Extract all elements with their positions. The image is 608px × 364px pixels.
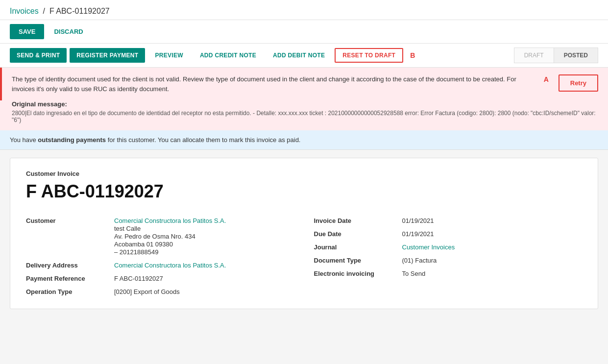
breadcrumb-current: F ABC-01192027 <box>49 7 110 15</box>
operation-type-value: [0200] Export of Goods <box>114 287 294 297</box>
customer-name-link[interactable]: Comercial Constructora los Patitos S.A. <box>114 217 294 224</box>
customer-label: Customer <box>26 216 114 257</box>
label-a: A <box>544 75 549 83</box>
electronic-invoicing-label: Electronic invoicing <box>314 268 402 279</box>
invoice-type: Customer Invoice <box>26 170 582 177</box>
due-date-label: Due Date <box>314 229 402 239</box>
right-fields: Invoice Date 01/19/2021 Due Date 01/19/2… <box>314 216 583 297</box>
retry-button[interactable]: Retry <box>559 74 598 92</box>
journal-value[interactable]: Customer Invoices <box>402 242 583 252</box>
customer-address1: test Calle <box>114 225 294 232</box>
journal-label: Journal <box>314 242 402 252</box>
add-debit-note-button[interactable]: ADD DEBIT NOTE <box>266 48 332 63</box>
send-print-button[interactable]: SEND & PRINT <box>10 48 67 63</box>
left-fields: Customer Comercial Constructora los Pati… <box>26 216 294 297</box>
customer-address4: – 20121888549 <box>114 248 294 256</box>
breadcrumb-separator: / <box>43 7 45 15</box>
electronic-invoicing-value: To Send <box>402 268 583 279</box>
breadcrumb-parent-link[interactable]: Invoices <box>10 7 39 15</box>
original-message: Original message: 2800|El dato ingresado… <box>0 100 608 130</box>
alert-error-message: The type of identity document used for t… <box>12 75 516 93</box>
add-credit-note-button[interactable]: ADD CREDIT NOTE <box>193 48 263 63</box>
alert-info: You have outstanding payments for this c… <box>0 130 608 150</box>
payment-reference-label: Payment Reference <box>26 273 114 284</box>
original-message-title: Original message: <box>12 100 598 108</box>
discard-button[interactable]: DISCARD <box>49 24 88 39</box>
customer-value: Comercial Constructora los Patitos S.A. … <box>114 216 294 257</box>
alert-error-text: The type of identity document used for t… <box>12 74 538 94</box>
toolbar: SEND & PRINT REGISTER PAYMENT PREVIEW AD… <box>0 44 608 68</box>
original-message-body: 2800|El dato ingresado en el tipo de doc… <box>12 110 596 123</box>
save-button[interactable]: SAVE <box>10 24 44 39</box>
action-bar-top: SAVE DISCARD <box>0 20 608 44</box>
invoice-date-value: 01/19/2021 <box>402 216 583 226</box>
invoice-date-label: Invoice Date <box>314 216 402 226</box>
delivery-address-value[interactable]: Comercial Constructora los Patitos S.A. <box>114 260 294 270</box>
breadcrumb-bar: Invoices / F ABC-01192027 <box>0 0 608 20</box>
delivery-address-label: Delivery Address <box>26 260 114 270</box>
status-indicator: DRAFT POSTED <box>514 48 598 63</box>
payment-reference-value: F ABC-01192027 <box>114 273 294 284</box>
register-payment-button[interactable]: REGISTER PAYMENT <box>70 48 145 63</box>
status-draft: DRAFT <box>514 48 554 63</box>
due-date-value: 01/19/2021 <box>402 229 583 239</box>
reset-to-draft-button[interactable]: RESET TO DRAFT <box>335 48 403 63</box>
customer-address2: Av. Pedro de Osma Nro. 434 <box>114 233 294 240</box>
label-b: B <box>410 51 415 59</box>
status-posted: POSTED <box>554 48 598 63</box>
alert-info-text-start: You have <box>10 136 38 144</box>
customer-address3: Acobamba 01 09380 <box>114 241 294 248</box>
invoice-fields: Customer Comercial Constructora los Pati… <box>26 216 582 297</box>
invoice-card: Customer Invoice F ABC-01192027 Customer… <box>10 158 598 309</box>
alert-error: The type of identity document used for t… <box>0 68 608 100</box>
invoice-number: F ABC-01192027 <box>26 181 582 202</box>
document-type-label: Document Type <box>314 255 402 266</box>
alert-info-bold: outstanding payments <box>38 136 106 144</box>
operation-type-label: Operation Type <box>26 287 114 297</box>
breadcrumb: Invoices / F ABC-01192027 <box>10 7 598 16</box>
alert-info-text-end: for this customer. You can allocate them… <box>106 136 300 144</box>
document-type-value: (01) Factura <box>402 255 583 266</box>
preview-button[interactable]: PREVIEW <box>148 48 190 63</box>
